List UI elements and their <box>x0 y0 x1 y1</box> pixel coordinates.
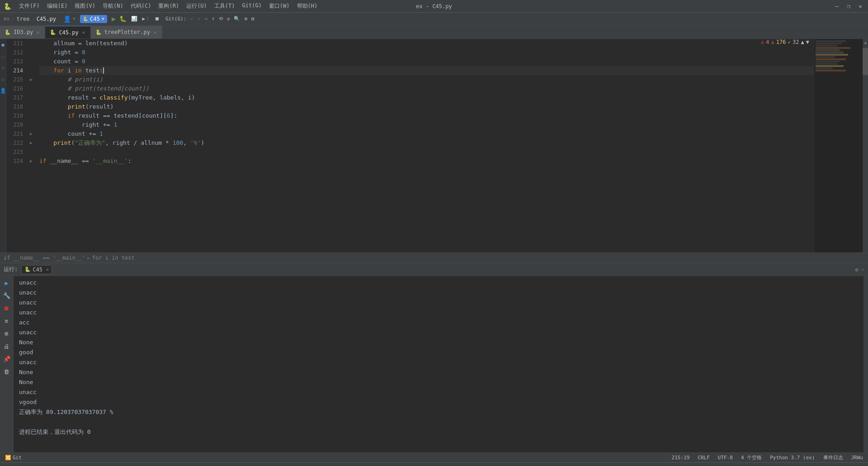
code-line-213[interactable]: count = 0 <box>39 57 814 66</box>
run-config-label[interactable]: C45 <box>90 16 100 22</box>
fold-arrow-224[interactable]: ▶ <box>30 157 33 166</box>
run-wrench-button[interactable]: 🔧 <box>2 290 12 300</box>
bottom-debug[interactable]: 🐛 调试 <box>54 464 81 466</box>
git-check-2[interactable]: ✓ <box>196 15 202 23</box>
profile-button[interactable]: 👤 <box>63 15 71 23</box>
run-c45-tab[interactable]: 🐍 C45 ✕ <box>21 265 52 274</box>
run-trash-btn[interactable]: 🗑 <box>2 366 12 376</box>
python-version[interactable]: Python 3.7 (ex) <box>769 454 816 461</box>
bottom-terminal[interactable]: ⊡ 终端 <box>138 464 161 466</box>
code-line-220[interactable]: right += 1 <box>39 120 814 129</box>
run-pin-btn[interactable]: 📌 <box>2 354 12 364</box>
menu-file[interactable]: 文件(F) <box>17 1 42 11</box>
run-stop-button[interactable]: ⏹ <box>155 16 160 22</box>
run-button[interactable]: ▶ <box>112 14 116 23</box>
fold-arrow-221[interactable]: ▶ <box>30 129 33 138</box>
settings-button[interactable]: ⚙ <box>243 15 249 23</box>
type-check-count[interactable]: 32 <box>793 39 799 45</box>
breadcrumb-main-condition[interactable]: if __name__ == '__main__' <box>4 255 85 261</box>
git-user[interactable]: JRWu <box>850 454 865 461</box>
tab-c45[interactable]: 🐍 C45.py ✕ <box>45 26 90 38</box>
fold-arrow-215[interactable]: ▶ <box>30 75 33 84</box>
run-config-dropdown[interactable]: ▼ <box>102 16 104 21</box>
git-arrow-up[interactable]: ↑ <box>210 15 216 23</box>
run-list-btn[interactable]: ≡ <box>2 316 12 326</box>
more-run-button[interactable]: ▶⋮ <box>142 16 150 22</box>
line-ending[interactable]: CRLF <box>696 454 711 461</box>
sidebar-icon-1[interactable]: ● <box>0 43 6 48</box>
code-line-221[interactable]: count += 1 <box>39 129 814 138</box>
git-history[interactable]: ⟲ <box>217 15 224 23</box>
warning-count[interactable]: 176 <box>776 39 786 45</box>
status-git[interactable]: 🔀 Git <box>4 454 23 461</box>
menu-view[interactable]: 视图(V) <box>72 1 98 11</box>
code-line-215[interactable]: # print(i) <box>39 75 814 84</box>
sidebar-icon-3[interactable]: ≡ <box>1 65 5 71</box>
bottom-problems[interactable]: ❓ 问题 <box>110 464 137 466</box>
run-table-btn[interactable]: ⊞ <box>2 328 12 338</box>
code-line-212[interactable]: right = 0 <box>39 48 814 57</box>
sidebar-icon-4[interactable]: ⊡ <box>1 76 5 82</box>
profile-dropdown[interactable]: ▼ <box>73 16 75 21</box>
error-count[interactable]: 4 <box>766 39 769 45</box>
close-button[interactable]: ✕ <box>856 2 864 10</box>
menu-window[interactable]: 窗口(W) <box>267 1 292 11</box>
code-line-214[interactable]: for i in test: <box>39 66 814 75</box>
git-check-1[interactable]: ✓ <box>189 15 195 23</box>
menu-help[interactable]: 帮助(H) <box>295 1 320 11</box>
menu-navigate[interactable]: 导航(N) <box>100 1 126 11</box>
menu-git[interactable]: Git(G) <box>240 1 264 11</box>
code-line-211[interactable]: allnum = len(testend) <box>39 39 814 48</box>
tab-c45-close[interactable]: ✕ <box>81 29 86 35</box>
run-stop-btn[interactable]: ⏹ <box>2 303 12 313</box>
run-panel-settings[interactable]: ⚙ <box>855 266 859 273</box>
fold-arrow-222[interactable]: ▶ <box>30 138 33 147</box>
run-play-button[interactable]: ▶ <box>2 278 12 288</box>
tab-treeplotter-close[interactable]: ✕ <box>153 29 157 35</box>
breadcrumb-tree[interactable]: tree <box>16 16 29 22</box>
code-line-216[interactable]: # print(testend[count]) <box>39 84 814 93</box>
maximize-button[interactable]: ❐ <box>844 2 853 10</box>
tab-id3-close[interactable]: ✕ <box>36 29 40 35</box>
run-panel-collapse[interactable]: — <box>861 266 864 273</box>
git-refresh[interactable]: ↺ <box>226 15 231 23</box>
breadcrumb-for-loop[interactable]: for i in test <box>92 255 135 261</box>
output-line-8: unacc <box>19 357 858 367</box>
scroll-down[interactable]: ▼ <box>806 39 809 45</box>
scroll-up[interactable]: ▲ <box>801 39 804 45</box>
tab-treeplotter[interactable]: 🐍 treePlotter.py ✕ <box>91 26 162 38</box>
menu-tools[interactable]: 工具(T) <box>212 1 237 11</box>
code-line-219[interactable]: if result == testend[count][6]: <box>39 111 814 120</box>
code-line-224[interactable]: if __name__ == '__main__': <box>39 157 814 166</box>
sidebar-icon-5[interactable]: 👤 <box>0 88 6 94</box>
git-arrow-right[interactable]: → <box>203 15 209 23</box>
menu-edit[interactable]: 编辑(E) <box>45 1 70 11</box>
debug-button[interactable]: 🐛 <box>119 15 127 22</box>
code-line-222[interactable]: print("正确率为", right / allnum * 100, '%') <box>39 138 814 147</box>
tab-id3[interactable]: 🐍 ID3.py ✕ <box>0 26 45 38</box>
cursor-position[interactable]: 215:19 <box>670 454 691 461</box>
menu-refactor[interactable]: 重构(R) <box>156 1 181 11</box>
coverage-button[interactable]: 📊 <box>131 16 137 22</box>
encoding[interactable]: UTF-8 <box>717 454 734 461</box>
indent-info[interactable]: 4 个空格 <box>740 454 763 461</box>
search-button[interactable]: 🔍 <box>232 15 241 23</box>
code-line-217[interactable]: result = classify(myTree, labels, i) <box>39 93 814 102</box>
code-editor[interactable]: 2112122132142152162172182192202212222232… <box>6 39 814 252</box>
scroll-top[interactable]: ▲ <box>864 40 867 45</box>
run-tab-close[interactable]: ✕ <box>46 267 49 272</box>
code-line-223[interactable] <box>39 147 814 157</box>
bottom-python-console[interactable]: 🐍 Python 控制台 <box>230 464 285 466</box>
menu-run[interactable]: 运行(U) <box>184 1 209 11</box>
run-print-btn[interactable]: 🖨 <box>2 341 12 351</box>
code-line-218[interactable]: print(result) <box>39 102 814 111</box>
event-log[interactable]: 事件日志 <box>822 454 844 461</box>
breadcrumb-file[interactable]: C45.py <box>37 16 56 22</box>
layout-button[interactable]: ⊞ <box>250 15 256 23</box>
sidebar-icon-2[interactable]: ○ <box>1 54 5 60</box>
run-scrollbar[interactable] <box>863 276 868 452</box>
minimize-button[interactable]: — <box>833 2 841 10</box>
menu-code[interactable]: 代码(C) <box>128 1 154 11</box>
code-content[interactable]: allnum = len(testend) right = 0 count = … <box>36 39 814 252</box>
bottom-run[interactable]: ▶ 运行 <box>29 464 52 466</box>
